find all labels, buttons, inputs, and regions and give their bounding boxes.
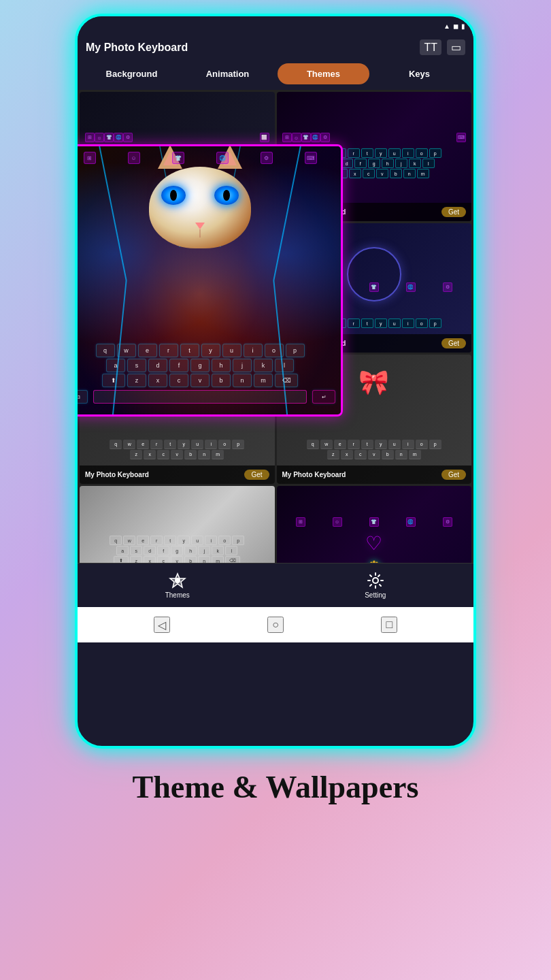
silver-i: i: [205, 536, 217, 545]
cat-key-k: k: [254, 359, 273, 372]
silver-p: p: [232, 536, 244, 545]
xmas-key-7: u: [191, 440, 203, 449]
xmas2-key-9: o: [416, 440, 428, 449]
xmas-key-9: o: [218, 440, 231, 449]
nav-themes[interactable]: Themes: [165, 572, 190, 599]
xmas2-key-v: v: [368, 450, 380, 459]
battery-icon: ▮: [461, 22, 465, 30]
neon-l: l: [422, 159, 435, 168]
cat-toolbar-1: ⊞: [84, 152, 96, 164]
silver-o: o: [218, 536, 231, 545]
night-blue-get-btn[interactable]: Get: [441, 338, 466, 348]
nh-toolbar-2: ☺: [333, 517, 342, 527]
cat-key-z: z: [127, 374, 146, 387]
nb-o: o: [416, 318, 428, 328]
silver-w: w: [123, 536, 135, 545]
christmas-label: My Photo Keyboard Get: [80, 466, 275, 484]
cat-key-j: j: [233, 359, 252, 372]
neon-toolbar-icon-1: ⊞: [282, 133, 292, 142]
nh-toolbar-4: 🌐: [406, 517, 416, 527]
system-nav-bar: ◁ ○ □: [78, 607, 473, 642]
neon-toolbar-icon-2: ☺: [292, 133, 301, 142]
silver-q: q: [110, 536, 122, 545]
cat-key-q: q: [96, 344, 115, 357]
cat-pupil-right: [223, 190, 230, 201]
neon-purple-get-btn[interactable]: Get: [441, 207, 466, 217]
silver-f: f: [157, 546, 169, 555]
brand-section: Theme & Wallpapers: [0, 749, 551, 826]
cat-toolbar-3: 👕: [172, 152, 184, 164]
signal-icon: ◼: [453, 22, 458, 30]
xmas-key-8: i: [205, 440, 217, 449]
neon-circle: [347, 247, 401, 301]
cat-key-l: l: [275, 359, 294, 372]
back-button[interactable]: ◁: [154, 617, 170, 633]
christmas2-name: My Photo Keyboard: [282, 471, 346, 478]
cat-enter: ↵: [312, 390, 335, 404]
bottom-nav: Themes Setting: [78, 563, 473, 607]
recent-button[interactable]: □: [381, 617, 397, 633]
cat-spacebar: [93, 390, 307, 404]
xmas-key-6: y: [178, 440, 190, 449]
tab-background[interactable]: Background: [86, 63, 178, 84]
xmas-key-3: e: [137, 440, 149, 449]
neon-o: o: [416, 148, 428, 158]
phone-wrapper: ▲ ◼ ▮ My Photo Keyboard TT ▭ Background …: [0, 0, 551, 980]
font-size-btn[interactable]: TT: [420, 39, 441, 55]
cat-face-body: [149, 167, 251, 248]
cat-toolbar-2: ☺: [128, 152, 140, 164]
tab-themes[interactable]: Themes: [278, 63, 369, 84]
tab-animation[interactable]: Animation: [182, 63, 273, 84]
silver-l: l: [225, 546, 237, 555]
xmas-key-5: t: [164, 440, 176, 449]
nav-themes-label: Themes: [165, 591, 190, 599]
title-icons: TT ▭: [420, 39, 465, 55]
nav-setting[interactable]: Setting: [365, 572, 386, 599]
christmas-get-btn[interactable]: Get: [244, 470, 269, 480]
xmas-key-a: z: [130, 450, 142, 459]
christmas2-get-btn[interactable]: Get: [441, 470, 466, 480]
neon-g: g: [368, 159, 380, 168]
silver-s: s: [130, 546, 142, 555]
cat-toolbar-6: ⌨: [305, 152, 317, 164]
nb-i: i: [402, 318, 414, 328]
neon-y: y: [375, 148, 387, 158]
xmas-key-2: w: [123, 440, 135, 449]
cat-num: 123: [78, 390, 88, 404]
silver-h: h: [184, 546, 197, 555]
cat-toolbar-5: ⚙: [261, 152, 273, 164]
xmas2-key-7: u: [388, 440, 401, 449]
silver-r: r: [150, 536, 163, 545]
neon-k: k: [409, 159, 421, 168]
nb-p: p: [429, 318, 441, 328]
cat-keyboard: ⊞ ☺ 👕 🌐 ⚙ ⌨ q w e r t: [78, 146, 341, 414]
xmas2-key-4: r: [348, 440, 360, 449]
cat-eye-right: [214, 186, 239, 205]
home-button[interactable]: ○: [267, 617, 284, 633]
more-btn[interactable]: ▭: [447, 39, 465, 55]
tab-keys[interactable]: Keys: [373, 63, 465, 84]
nh-toolbar-5: ⚙: [443, 517, 452, 527]
xmas2-key-10: p: [429, 440, 441, 449]
cat-icon-toolbar: ⊞ ☺ 👕 🌐 ⚙ ⌨: [78, 152, 341, 164]
app-title: My Photo Keyboard: [86, 42, 188, 54]
cat-face-container: [132, 160, 268, 248]
cat-key-e: e: [138, 344, 157, 357]
cat-key-d: d: [148, 359, 167, 372]
status-icons: ▲ ◼ ▮: [444, 22, 465, 30]
xmas2-key-2: w: [320, 440, 333, 449]
big-cat-preview[interactable]: ⊞ ☺ 👕 🌐 ⚙ ⌨ q w e r t: [78, 144, 343, 416]
xmas2-key-z: z: [327, 450, 339, 459]
silver-d: d: [144, 546, 156, 555]
cat-del: ⌫: [275, 374, 298, 387]
phone-frame: ▲ ◼ ▮ My Photo Keyboard TT ▭ Background …: [75, 14, 476, 749]
cat-key-a: a: [106, 359, 125, 372]
silver-k: k: [212, 546, 224, 555]
neon-x: x: [349, 169, 361, 178]
cat-key-o: o: [265, 344, 284, 357]
svg-point-8: [373, 578, 378, 583]
cat-key-x: x: [148, 374, 167, 387]
wifi-icon: ▲: [444, 22, 450, 30]
nb-toolbar-4: 🌐: [406, 282, 416, 292]
xmas-key-f: n: [198, 450, 210, 459]
